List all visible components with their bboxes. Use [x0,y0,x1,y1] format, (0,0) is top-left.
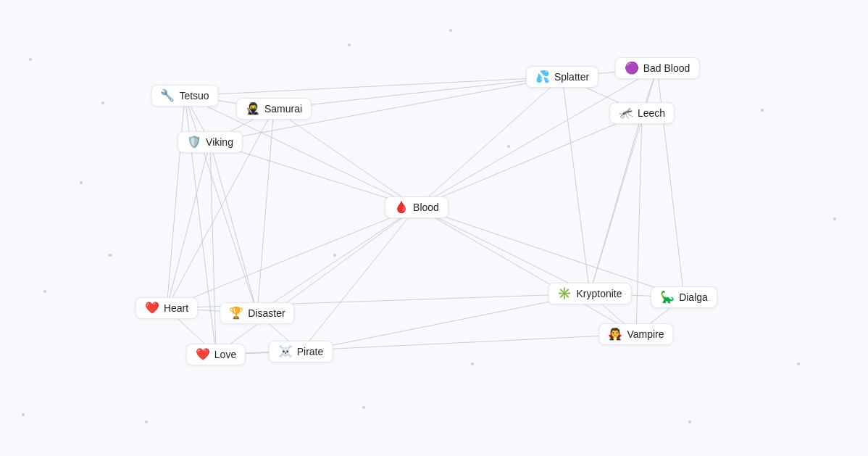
graph-node-viking[interactable]: 🛡️Viking [178,131,243,153]
edge-line [274,77,562,109]
node-emoji: 🛡️ [187,136,201,148]
background-dot [471,362,474,365]
edge-line [417,113,642,207]
edge-line [257,207,417,313]
edge-line [185,96,257,313]
background-dot [797,362,800,365]
node-emoji: 💦 [535,71,550,83]
background-dot [43,290,46,293]
edge-line [216,207,417,355]
graph-node-splatter[interactable]: 💦Splatter [526,66,598,88]
node-emoji: ❤️ [196,349,210,360]
node-label: Vampire [627,328,664,340]
node-emoji: 🧛 [608,328,622,340]
background-dot [362,406,365,409]
node-emoji: 🔧 [160,90,175,101]
node-label: Disaster [248,307,285,319]
node-label: Splatter [554,71,589,83]
graph-node-heart[interactable]: ❤️Heart [135,297,198,319]
edge-line [417,77,562,207]
graph-container: 🩸Blood🔧Tetsuo🥷Samurai🛡️Viking💦Splatter🟣B… [0,0,868,456]
background-dot [22,413,25,416]
graph-node-blood[interactable]: 🩸Blood [385,196,448,218]
background-dot [145,420,148,423]
edges-svg [0,0,868,456]
node-emoji: ☠️ [278,346,293,357]
background-dot [507,145,510,148]
edge-line [167,207,417,308]
background-dot [348,43,351,46]
edge-line [562,77,590,294]
background-dot [101,101,104,104]
background-dot [80,181,83,184]
edge-line [417,207,590,294]
edge-line [210,142,216,355]
edge-line [167,96,185,308]
node-label: Love [214,349,236,360]
edge-line [417,68,657,207]
background-dot [109,254,112,257]
edge-line [210,142,257,313]
edge-line [185,77,562,96]
background-dot [688,420,691,423]
background-dot [29,58,32,61]
edge-line [301,207,417,352]
background-dot [761,109,764,112]
graph-node-vampire[interactable]: 🧛Vampire [598,323,673,345]
node-label: Viking [206,136,233,148]
graph-node-pirate[interactable]: ☠️Pirate [269,341,333,362]
background-dot [833,217,836,220]
node-label: Heart [164,302,188,314]
graph-node-kryptonite[interactable]: ✳️Kryptonite [548,283,631,304]
node-label: Tetsuo [179,90,209,101]
graph-node-tetsuo[interactable]: 🔧Tetsuo [151,85,218,107]
node-emoji: 🩸 [394,202,409,213]
node-emoji: 🥷 [246,103,260,115]
graph-node-badblood[interactable]: 🟣Bad Blood [615,57,700,79]
edge-line [417,207,636,334]
edge-line [301,294,590,352]
background-dot [449,29,452,32]
node-emoji: 🟣 [625,62,639,74]
node-emoji: 🏆 [229,307,243,319]
graph-node-dialga[interactable]: 🦕Dialga [651,286,717,308]
node-emoji: 🦟 [619,107,633,119]
node-label: Pirate [297,346,324,357]
edge-line [167,142,210,308]
node-label: Kryptonite [576,288,622,299]
edge-line [636,113,642,334]
node-emoji: 🦕 [660,291,675,303]
edge-line [257,109,274,313]
node-label: Bad Blood [643,62,690,74]
edge-line [590,113,642,294]
node-label: Dialga [679,291,708,303]
node-label: Blood [413,202,439,213]
background-dot [333,254,336,257]
node-emoji: ❤️ [145,302,159,314]
node-emoji: ✳️ [557,288,572,299]
graph-node-disaster[interactable]: 🏆Disaster [220,302,294,324]
node-label: Leech [638,107,665,119]
graph-node-leech[interactable]: 🦟Leech [609,102,675,124]
edge-line [274,109,417,207]
graph-node-love[interactable]: ❤️Love [186,344,246,365]
node-label: Samurai [264,103,302,115]
edge-line [210,142,417,207]
graph-node-samurai[interactable]: 🥷Samurai [236,98,312,120]
